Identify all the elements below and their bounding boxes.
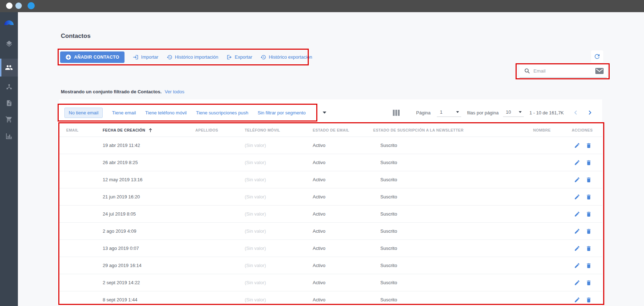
delete-contact-button[interactable] (586, 262, 592, 268)
cell-estado-email: Activo (313, 143, 373, 148)
delete-contact-button[interactable] (586, 177, 592, 183)
layers-icon (5, 40, 13, 48)
window-control-1[interactable] (6, 3, 13, 9)
chevron-down-icon (456, 111, 459, 113)
sidebar-item-contacts[interactable] (0, 59, 18, 76)
window-control-2[interactable] (15, 3, 22, 9)
delete-contact-button[interactable] (586, 280, 592, 286)
import-button[interactable]: Importar (133, 54, 158, 60)
edit-contact-button[interactable] (574, 228, 580, 234)
sidebar-item-layers[interactable] (0, 36, 18, 51)
page-select[interactable]: 1 (437, 108, 461, 117)
app-logo[interactable] (0, 15, 18, 27)
filter-tab-tiene-telefono[interactable]: Tiene teléfono móvil (145, 110, 187, 115)
cell-estado-email: Activo (313, 297, 373, 302)
mail-icon (595, 68, 604, 74)
sidebar (0, 12, 18, 306)
delete-contact-button[interactable] (586, 194, 592, 200)
table-row[interactable]: 2 ago 2019 4:09 (Sin valor) Activo Suscr… (59, 222, 602, 240)
cell-acciones (572, 262, 602, 268)
cell-acciones (572, 177, 602, 183)
trash-icon (586, 211, 592, 217)
contacts-table: EMAIL FECHA DE CREACIÓN APELLIDOS TELÉFO… (59, 124, 602, 306)
edit-contact-button[interactable] (574, 142, 580, 148)
cell-telefono: (Sin valor) (245, 280, 313, 285)
previous-page-button[interactable] (573, 110, 578, 115)
column-header-email[interactable]: EMAIL (66, 128, 103, 132)
import-history-button[interactable]: Histórico importación (167, 54, 218, 60)
add-contact-button[interactable]: AÑADIR CONTACTO (60, 51, 125, 63)
column-header-nombre[interactable]: NOMBRE (533, 128, 572, 132)
filter-tab-tiene-email[interactable]: Tiene email (112, 110, 136, 115)
delete-contact-button[interactable] (586, 245, 592, 251)
chevron-right-icon (587, 110, 592, 115)
cell-telefono: (Sin valor) (245, 160, 313, 165)
rows-per-page-label: filas por página (467, 110, 498, 115)
cell-telefono: (Sin valor) (245, 263, 313, 268)
edit-contact-button[interactable] (574, 297, 580, 303)
cell-suscripcion: Suscrito (373, 211, 533, 217)
cell-telefono: (Sin valor) (245, 211, 313, 217)
edit-contact-button[interactable] (574, 177, 580, 183)
column-header-suscripcion-newsletter[interactable]: ESTADO DE SUSCRIPCIÓN A LA NEWSLETTER (373, 128, 533, 132)
filter-tab-suscripciones-push[interactable]: Tiene suscripciones push (196, 110, 248, 115)
table-row[interactable]: 26 abr 2019 8:25 (Sin valor) Activo Susc… (59, 154, 602, 171)
filter-tab-sin-filtrar-segmento[interactable]: Sin filtrar por segmento (258, 110, 306, 115)
cell-estado-email: Activo (313, 263, 373, 268)
cell-fecha-creacion: 21 jun 2019 16:20 (103, 194, 195, 199)
sidebar-item-documents[interactable] (0, 95, 18, 111)
table-row[interactable]: 29 ago 2019 16:14 (Sin valor) Activo Sus… (59, 257, 602, 274)
cell-telefono: (Sin valor) (245, 177, 313, 182)
table-row[interactable]: 2 sept 2019 14:22 (Sin valor) Activo Sus… (59, 274, 602, 291)
table-row[interactable]: 21 jun 2019 16:20 (Sin valor) Activo Sus… (59, 188, 602, 205)
cell-suscripcion: Suscrito (373, 228, 533, 234)
column-header-telefono[interactable]: TELÉFONO MÓVIL (245, 128, 313, 132)
cell-fecha-creacion: 2 ago 2019 4:09 (103, 228, 195, 234)
edit-contact-button[interactable] (574, 159, 580, 166)
edit-contact-button[interactable] (574, 262, 580, 268)
export-button[interactable]: Exportar (226, 54, 252, 60)
chevron-down-icon (519, 111, 522, 113)
email-search-input[interactable] (533, 68, 595, 74)
edit-contact-button[interactable] (574, 211, 580, 217)
cell-estado-email: Activo (313, 194, 373, 199)
cell-fecha-creacion: 19 abr 2019 11:42 (103, 143, 195, 148)
table-row[interactable]: 13 ago 2019 0:07 (Sin valor) Activo Susc… (59, 240, 602, 257)
cell-fecha-creacion: 2 sept 2019 14:22 (103, 280, 195, 285)
table-body: 19 abr 2019 11:42 (Sin valor) Activo Sus… (59, 137, 602, 306)
window-control-3[interactable] (28, 2, 35, 9)
pencil-icon (574, 194, 580, 200)
table-row[interactable]: 24 jul 2019 8:05 (Sin valor) Activo Susc… (59, 205, 602, 222)
cell-suscripcion: Suscrito (373, 297, 533, 302)
delete-contact-button[interactable] (586, 159, 592, 166)
export-history-button[interactable]: Histórico exportación (260, 54, 312, 60)
rows-per-page-select[interactable]: 10 (503, 108, 524, 117)
refresh-button[interactable] (591, 50, 603, 63)
cell-telefono: (Sin valor) (245, 228, 313, 234)
sidebar-item-reports[interactable] (0, 128, 18, 144)
column-header-estado-email[interactable]: ESTADO DE EMAIL (313, 128, 373, 132)
segment-dropdown-caret-icon[interactable] (323, 112, 326, 114)
delete-contact-button[interactable] (586, 228, 592, 234)
trash-icon (586, 228, 592, 234)
delete-contact-button[interactable] (586, 142, 592, 148)
filter-tab-no-tiene-email[interactable]: No tiene email (64, 108, 103, 118)
sidebar-item-store[interactable] (0, 112, 18, 127)
edit-contact-button[interactable] (574, 194, 580, 200)
edit-contact-button[interactable] (574, 280, 580, 286)
delete-contact-button[interactable] (586, 297, 592, 303)
table-row[interactable]: 8 sept 2019 1:44 (Sin valor) Activo Susc… (59, 291, 602, 306)
column-header-apellidos[interactable]: APELLIDOS (195, 128, 245, 132)
column-header-fecha-creacion[interactable]: FECHA DE CREACIÓN (103, 128, 195, 133)
columns-icon[interactable] (393, 110, 400, 116)
sidebar-item-flows[interactable] (0, 79, 18, 94)
next-page-button[interactable] (587, 110, 592, 115)
edit-contact-button[interactable] (574, 245, 580, 251)
rows-per-page-value: 10 (506, 109, 511, 115)
export-icon (226, 54, 232, 60)
table-row[interactable]: 12 may 2019 13:16 (Sin valor) Activo Sus… (59, 171, 602, 188)
delete-contact-button[interactable] (586, 211, 592, 217)
ver-todos-link[interactable]: Ver todos (165, 89, 184, 94)
segment-filter-tabs: No tiene email Tiene email Tiene teléfon… (64, 106, 326, 119)
table-row[interactable]: 19 abr 2019 11:42 (Sin valor) Activo Sus… (59, 137, 602, 154)
